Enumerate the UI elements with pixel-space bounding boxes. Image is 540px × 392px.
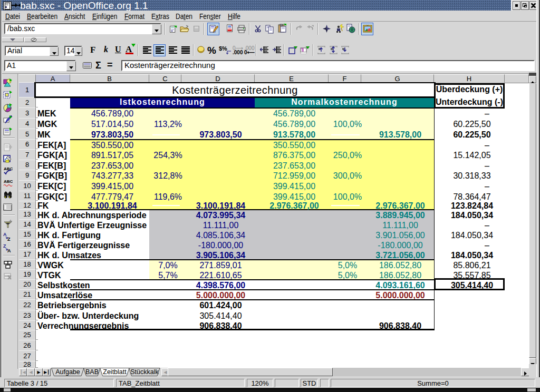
svg-text:Zeitblatt: Zeitblatt — [103, 368, 127, 376]
svg-text:Stückkalk: Stückkalk — [130, 368, 159, 376]
svg-text:A: A — [3, 232, 7, 237]
svg-text:Aufgabe: Aufgabe — [55, 368, 80, 376]
svg-text:A: A — [7, 248, 11, 253]
svg-text:Z: Z — [3, 243, 6, 249]
svg-text:BAB: BAB — [85, 368, 99, 376]
svg-text:ABC: ABC — [4, 179, 13, 184]
